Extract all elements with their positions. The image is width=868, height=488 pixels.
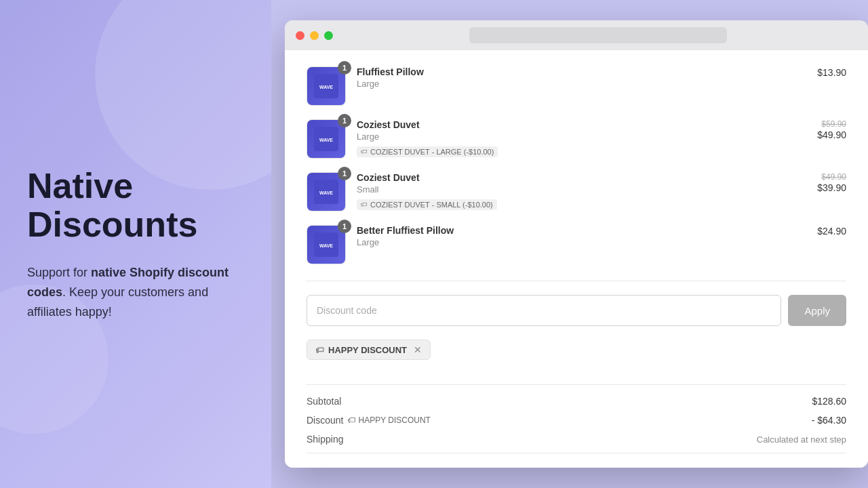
- item-details: Better Fluffiest Pillow Large: [357, 225, 806, 250]
- discount-code-badge: 🏷 HAPPY DISCOUNT: [347, 415, 430, 425]
- item-discount-tag: 🏷 COZIEST DUVET - LARGE (-$10.00): [357, 146, 498, 157]
- section-divider: [307, 281, 846, 281]
- item-details: Coziest Duvet Large 🏷 COZIEST DUVET - LA…: [357, 119, 806, 157]
- item-image-wrapper: WAVE 1: [307, 172, 346, 211]
- table-row: WAVE 1 Coziest Duvet Large 🏷 COZIEST DUV…: [307, 119, 846, 159]
- apply-discount-button[interactable]: Apply: [788, 295, 846, 326]
- traffic-light-maximize[interactable]: [324, 31, 333, 40]
- item-price: $59.90 $49.90: [817, 119, 846, 141]
- discount-code-name: HAPPY DISCOUNT: [358, 415, 430, 425]
- tag-icon: 🏷: [361, 201, 368, 208]
- product-thumbnail-icon: WAVE: [314, 180, 338, 204]
- order-summary: Subtotal $128.60 Discount 🏷 HAPPY DISCOU…: [307, 396, 846, 468]
- discount-label: Discount: [307, 415, 343, 426]
- discount-code-section: Apply: [307, 295, 846, 326]
- item-price-current: $24.90: [817, 226, 846, 237]
- total-amount-group: USD $64.30: [770, 464, 846, 468]
- discount-value: - $64.30: [812, 415, 846, 426]
- item-name: Coziest Duvet: [357, 119, 806, 130]
- summary-divider: [307, 384, 846, 385]
- item-price-current: $39.90: [817, 182, 846, 193]
- item-price: $24.90: [817, 225, 846, 237]
- remove-discount-button[interactable]: ✕: [414, 344, 422, 355]
- checkout-content: WAVE 1 Fluffiest Pillow Large $13.90: [285, 50, 868, 468]
- discount-label-group: Discount 🏷 HAPPY DISCOUNT: [307, 415, 431, 426]
- shipping-row: Shipping Calculated at next step: [307, 434, 846, 445]
- subtotal-row: Subtotal $128.60: [307, 396, 846, 407]
- total-amount: $64.30: [792, 464, 846, 468]
- item-price: $13.90: [817, 66, 846, 79]
- total-row: Total USD $64.30: [307, 464, 846, 468]
- item-price-original: $59.90: [817, 119, 846, 129]
- subtotal-value: $128.60: [812, 396, 846, 407]
- item-quantity-badge: 1: [338, 61, 351, 75]
- left-panel: NativeDiscounts Support for native Shopi…: [0, 0, 271, 488]
- item-variant: Large: [357, 79, 806, 89]
- svg-text:WAVE: WAVE: [319, 190, 333, 195]
- page-description: Support for native Shopify discount code…: [27, 263, 244, 321]
- traffic-light-close[interactable]: [296, 31, 304, 40]
- product-thumbnail-icon: WAVE: [314, 232, 338, 257]
- item-variant: Large: [357, 131, 806, 142]
- item-quantity-badge: 1: [338, 167, 351, 180]
- cart-items-list: WAVE 1 Fluffiest Pillow Large $13.90: [307, 66, 846, 264]
- discount-row: Discount 🏷 HAPPY DISCOUNT - $64.30: [307, 415, 846, 426]
- item-image-wrapper: WAVE 1: [307, 66, 346, 106]
- item-discount-tag: 🏷 COZIEST DUVET - SMALL (-$10.00): [357, 199, 497, 210]
- svg-text:WAVE: WAVE: [319, 85, 333, 89]
- item-image-wrapper: WAVE 1: [307, 225, 346, 264]
- total-divider: [307, 453, 846, 453]
- traffic-light-minimize[interactable]: [310, 31, 319, 40]
- subtotal-label: Subtotal: [307, 396, 341, 407]
- product-thumbnail-icon: WAVE: [314, 74, 338, 98]
- item-variant: Small: [357, 184, 806, 195]
- discount-code-input[interactable]: [307, 295, 781, 326]
- item-price-current: $13.90: [817, 67, 846, 78]
- table-row: WAVE 1 Fluffiest Pillow Large $13.90: [307, 66, 846, 106]
- table-row: WAVE 1 Better Fluffiest Pillow Large $24…: [307, 225, 846, 264]
- item-price-current: $49.90: [817, 129, 846, 140]
- browser-titlebar: [285, 20, 868, 50]
- item-price: $49.90 $39.90: [817, 172, 846, 194]
- page-title: NativeDiscounts: [27, 167, 244, 244]
- applied-discount-code: HAPPY DISCOUNT: [328, 345, 407, 355]
- item-quantity-badge: 1: [338, 114, 351, 127]
- svg-text:WAVE: WAVE: [319, 138, 333, 142]
- svg-text:WAVE: WAVE: [319, 243, 333, 248]
- table-row: WAVE 1 Coziest Duvet Small 🏷 COZIEST DUV…: [307, 172, 846, 211]
- applied-discount-tag: 🏷 HAPPY DISCOUNT ✕: [307, 340, 431, 360]
- item-details: Coziest Duvet Small 🏷 COZIEST DUVET - SM…: [357, 172, 806, 210]
- decorative-circle-large: [95, 0, 271, 190]
- item-image-wrapper: WAVE 1: [307, 119, 346, 159]
- shipping-label: Shipping: [307, 434, 344, 445]
- item-name: Better Fluffiest Pillow: [357, 225, 806, 236]
- product-thumbnail-icon: WAVE: [314, 127, 338, 151]
- tag-icon: 🏷: [361, 148, 368, 155]
- browser-window: WAVE 1 Fluffiest Pillow Large $13.90: [285, 20, 868, 468]
- shipping-value: Calculated at next step: [757, 434, 846, 445]
- discount-tag-text: COZIEST DUVET - LARGE (-$10.00): [370, 148, 494, 156]
- item-details: Fluffiest Pillow Large: [357, 66, 806, 92]
- discount-tag-text: COZIEST DUVET - SMALL (-$10.00): [370, 201, 493, 209]
- discount-tag-icon: 🏷: [315, 345, 324, 355]
- item-name: Fluffiest Pillow: [357, 66, 806, 77]
- discount-badge-icon: 🏷: [347, 415, 355, 425]
- right-panel: WAVE 1 Fluffiest Pillow Large $13.90: [271, 0, 868, 488]
- item-variant: Large: [357, 237, 806, 247]
- item-name: Coziest Duvet: [357, 172, 806, 183]
- address-bar: [469, 27, 727, 43]
- item-price-original: $49.90: [817, 172, 846, 182]
- item-quantity-badge: 1: [338, 220, 351, 233]
